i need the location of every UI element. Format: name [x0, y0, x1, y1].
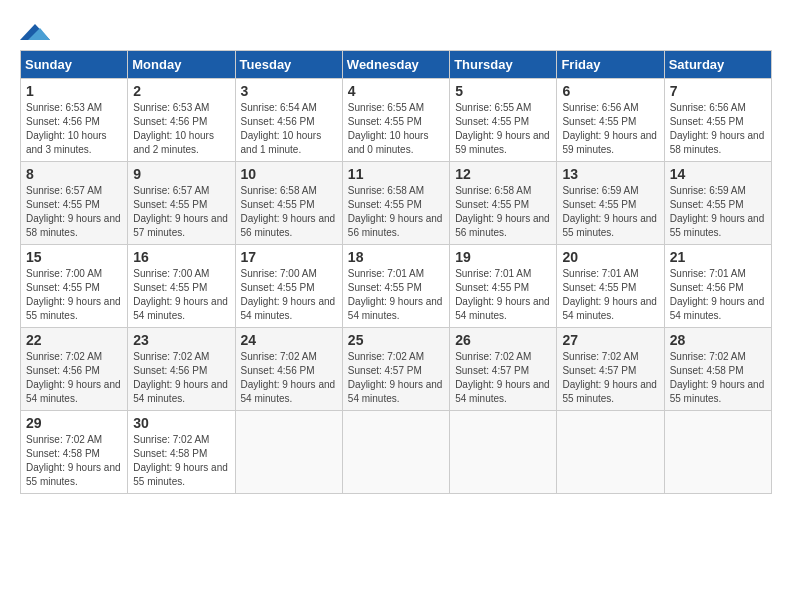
day-info: Sunrise: 7:02 AM Sunset: 4:56 PM Dayligh… — [133, 350, 229, 406]
day-number: 9 — [133, 166, 229, 182]
day-number: 1 — [26, 83, 122, 99]
day-info: Sunrise: 6:59 AM Sunset: 4:55 PM Dayligh… — [562, 184, 658, 240]
calendar-cell — [342, 411, 449, 494]
calendar-cell: 25 Sunrise: 7:02 AM Sunset: 4:57 PM Dayl… — [342, 328, 449, 411]
day-number: 22 — [26, 332, 122, 348]
calendar-cell — [450, 411, 557, 494]
day-info: Sunrise: 7:00 AM Sunset: 4:55 PM Dayligh… — [26, 267, 122, 323]
header — [20, 20, 772, 44]
day-number: 30 — [133, 415, 229, 431]
day-info: Sunrise: 6:55 AM Sunset: 4:55 PM Dayligh… — [348, 101, 444, 157]
calendar-cell: 18 Sunrise: 7:01 AM Sunset: 4:55 PM Dayl… — [342, 245, 449, 328]
day-number: 25 — [348, 332, 444, 348]
calendar-cell: 13 Sunrise: 6:59 AM Sunset: 4:55 PM Dayl… — [557, 162, 664, 245]
day-info: Sunrise: 6:56 AM Sunset: 4:55 PM Dayligh… — [670, 101, 766, 157]
calendar-cell: 24 Sunrise: 7:02 AM Sunset: 4:56 PM Dayl… — [235, 328, 342, 411]
calendar-cell: 14 Sunrise: 6:59 AM Sunset: 4:55 PM Dayl… — [664, 162, 771, 245]
day-info: Sunrise: 6:58 AM Sunset: 4:55 PM Dayligh… — [241, 184, 337, 240]
day-info: Sunrise: 7:02 AM Sunset: 4:57 PM Dayligh… — [562, 350, 658, 406]
calendar-cell: 16 Sunrise: 7:00 AM Sunset: 4:55 PM Dayl… — [128, 245, 235, 328]
day-info: Sunrise: 7:01 AM Sunset: 4:55 PM Dayligh… — [455, 267, 551, 323]
day-info: Sunrise: 6:59 AM Sunset: 4:55 PM Dayligh… — [670, 184, 766, 240]
day-header-sunday: Sunday — [21, 51, 128, 79]
day-info: Sunrise: 7:02 AM Sunset: 4:58 PM Dayligh… — [26, 433, 122, 489]
calendar-week-5: 29 Sunrise: 7:02 AM Sunset: 4:58 PM Dayl… — [21, 411, 772, 494]
day-number: 6 — [562, 83, 658, 99]
day-info: Sunrise: 7:02 AM Sunset: 4:57 PM Dayligh… — [348, 350, 444, 406]
calendar-week-2: 8 Sunrise: 6:57 AM Sunset: 4:55 PM Dayli… — [21, 162, 772, 245]
day-header-thursday: Thursday — [450, 51, 557, 79]
calendar-week-1: 1 Sunrise: 6:53 AM Sunset: 4:56 PM Dayli… — [21, 79, 772, 162]
day-number: 2 — [133, 83, 229, 99]
calendar-cell: 15 Sunrise: 7:00 AM Sunset: 4:55 PM Dayl… — [21, 245, 128, 328]
day-info: Sunrise: 7:01 AM Sunset: 4:56 PM Dayligh… — [670, 267, 766, 323]
day-number: 28 — [670, 332, 766, 348]
calendar-cell: 1 Sunrise: 6:53 AM Sunset: 4:56 PM Dayli… — [21, 79, 128, 162]
day-info: Sunrise: 6:58 AM Sunset: 4:55 PM Dayligh… — [455, 184, 551, 240]
day-number: 26 — [455, 332, 551, 348]
day-info: Sunrise: 6:54 AM Sunset: 4:56 PM Dayligh… — [241, 101, 337, 157]
calendar-week-3: 15 Sunrise: 7:00 AM Sunset: 4:55 PM Dayl… — [21, 245, 772, 328]
calendar-cell: 4 Sunrise: 6:55 AM Sunset: 4:55 PM Dayli… — [342, 79, 449, 162]
calendar-cell: 12 Sunrise: 6:58 AM Sunset: 4:55 PM Dayl… — [450, 162, 557, 245]
day-number: 13 — [562, 166, 658, 182]
calendar-cell — [664, 411, 771, 494]
day-header-wednesday: Wednesday — [342, 51, 449, 79]
day-header-saturday: Saturday — [664, 51, 771, 79]
day-header-tuesday: Tuesday — [235, 51, 342, 79]
calendar-week-4: 22 Sunrise: 7:02 AM Sunset: 4:56 PM Dayl… — [21, 328, 772, 411]
day-number: 17 — [241, 249, 337, 265]
calendar-cell: 6 Sunrise: 6:56 AM Sunset: 4:55 PM Dayli… — [557, 79, 664, 162]
calendar-cell: 27 Sunrise: 7:02 AM Sunset: 4:57 PM Dayl… — [557, 328, 664, 411]
day-number: 10 — [241, 166, 337, 182]
calendar-cell: 9 Sunrise: 6:57 AM Sunset: 4:55 PM Dayli… — [128, 162, 235, 245]
day-number: 18 — [348, 249, 444, 265]
calendar-cell: 10 Sunrise: 6:58 AM Sunset: 4:55 PM Dayl… — [235, 162, 342, 245]
calendar-cell: 29 Sunrise: 7:02 AM Sunset: 4:58 PM Dayl… — [21, 411, 128, 494]
calendar: SundayMondayTuesdayWednesdayThursdayFrid… — [20, 50, 772, 494]
calendar-cell: 23 Sunrise: 7:02 AM Sunset: 4:56 PM Dayl… — [128, 328, 235, 411]
calendar-cell: 19 Sunrise: 7:01 AM Sunset: 4:55 PM Dayl… — [450, 245, 557, 328]
day-number: 14 — [670, 166, 766, 182]
calendar-cell: 28 Sunrise: 7:02 AM Sunset: 4:58 PM Dayl… — [664, 328, 771, 411]
calendar-cell: 8 Sunrise: 6:57 AM Sunset: 4:55 PM Dayli… — [21, 162, 128, 245]
day-number: 27 — [562, 332, 658, 348]
logo — [20, 20, 54, 44]
calendar-cell: 7 Sunrise: 6:56 AM Sunset: 4:55 PM Dayli… — [664, 79, 771, 162]
day-number: 15 — [26, 249, 122, 265]
day-header-friday: Friday — [557, 51, 664, 79]
day-number: 29 — [26, 415, 122, 431]
day-number: 5 — [455, 83, 551, 99]
calendar-cell: 17 Sunrise: 7:00 AM Sunset: 4:55 PM Dayl… — [235, 245, 342, 328]
calendar-cell: 26 Sunrise: 7:02 AM Sunset: 4:57 PM Dayl… — [450, 328, 557, 411]
day-info: Sunrise: 6:58 AM Sunset: 4:55 PM Dayligh… — [348, 184, 444, 240]
day-info: Sunrise: 7:01 AM Sunset: 4:55 PM Dayligh… — [348, 267, 444, 323]
day-number: 23 — [133, 332, 229, 348]
logo-icon — [20, 20, 50, 44]
day-number: 8 — [26, 166, 122, 182]
day-info: Sunrise: 6:56 AM Sunset: 4:55 PM Dayligh… — [562, 101, 658, 157]
day-info: Sunrise: 7:00 AM Sunset: 4:55 PM Dayligh… — [133, 267, 229, 323]
day-info: Sunrise: 6:55 AM Sunset: 4:55 PM Dayligh… — [455, 101, 551, 157]
day-number: 3 — [241, 83, 337, 99]
calendar-cell: 3 Sunrise: 6:54 AM Sunset: 4:56 PM Dayli… — [235, 79, 342, 162]
day-number: 16 — [133, 249, 229, 265]
day-header-monday: Monday — [128, 51, 235, 79]
day-number: 11 — [348, 166, 444, 182]
day-number: 4 — [348, 83, 444, 99]
calendar-cell: 2 Sunrise: 6:53 AM Sunset: 4:56 PM Dayli… — [128, 79, 235, 162]
day-info: Sunrise: 6:57 AM Sunset: 4:55 PM Dayligh… — [26, 184, 122, 240]
day-number: 20 — [562, 249, 658, 265]
calendar-cell: 30 Sunrise: 7:02 AM Sunset: 4:58 PM Dayl… — [128, 411, 235, 494]
calendar-cell: 22 Sunrise: 7:02 AM Sunset: 4:56 PM Dayl… — [21, 328, 128, 411]
day-info: Sunrise: 7:01 AM Sunset: 4:55 PM Dayligh… — [562, 267, 658, 323]
calendar-cell — [235, 411, 342, 494]
day-number: 12 — [455, 166, 551, 182]
calendar-cell: 21 Sunrise: 7:01 AM Sunset: 4:56 PM Dayl… — [664, 245, 771, 328]
calendar-cell: 20 Sunrise: 7:01 AM Sunset: 4:55 PM Dayl… — [557, 245, 664, 328]
day-info: Sunrise: 7:02 AM Sunset: 4:58 PM Dayligh… — [133, 433, 229, 489]
day-number: 19 — [455, 249, 551, 265]
day-info: Sunrise: 7:02 AM Sunset: 4:56 PM Dayligh… — [241, 350, 337, 406]
day-info: Sunrise: 7:02 AM Sunset: 4:58 PM Dayligh… — [670, 350, 766, 406]
day-info: Sunrise: 7:02 AM Sunset: 4:57 PM Dayligh… — [455, 350, 551, 406]
